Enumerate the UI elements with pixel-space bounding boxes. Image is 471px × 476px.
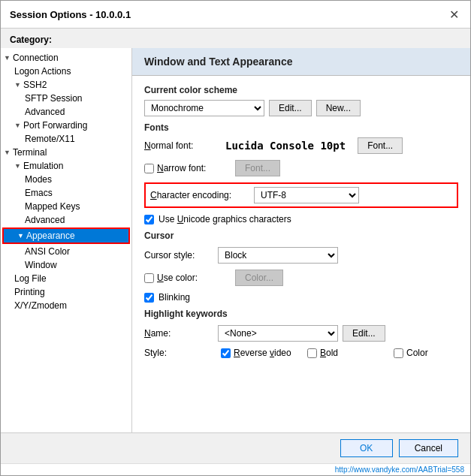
sidebar-item-terminal[interactable]: ▼ Terminal (1, 146, 131, 159)
arrow-connection: ▼ (4, 54, 13, 62)
sidebar-item-mapped-keys[interactable]: Mapped Keys (1, 200, 131, 213)
sidebar-item-port-forwarding[interactable]: ▼ Port Forwarding (1, 119, 131, 132)
cursor-style-select[interactable]: Block (218, 247, 338, 264)
sidebar-label-advanced-terminal: Advanced (25, 215, 65, 225)
arrow-port-forwarding: ▼ (14, 122, 23, 129)
sidebar-item-remote-x11[interactable]: Remote/X11 (1, 132, 131, 146)
sidebar-label-emulation: Emulation (23, 161, 63, 171)
edit-color-scheme-button[interactable]: Edit... (269, 100, 312, 116)
cursor-section-title: Cursor (144, 230, 458, 241)
panel-header: Window and Text Appearance (132, 48, 470, 76)
color-style-checkbox[interactable] (394, 348, 403, 358)
sidebar-label-advanced-ssh: Advanced (25, 107, 65, 117)
sidebar-item-advanced-ssh[interactable]: Advanced (1, 105, 131, 119)
sidebar-item-ansi-color[interactable]: ANSI Color (1, 245, 131, 258)
sidebar-label-remote-x11: Remote/X11 (25, 134, 75, 144)
highlight-edit-button[interactable]: Edit... (343, 325, 385, 342)
sidebar-item-logon-actions[interactable]: Logon Actions (1, 65, 131, 78)
arrow-ssh2: ▼ (14, 81, 23, 89)
narrow-font-button[interactable]: Font... (235, 160, 280, 176)
sidebar-label-port-forwarding: Port Forwarding (23, 120, 87, 131)
sidebar-item-ssh2[interactable]: ▼ SSH2 (1, 78, 131, 92)
sidebar-label-log-file: Log File (14, 273, 47, 284)
blinking-checkbox[interactable] (144, 293, 154, 303)
sidebar-label-emacs: Emacs (25, 188, 53, 198)
close-button[interactable]: ✕ (446, 7, 461, 22)
encoding-select[interactable]: UTF-8 (254, 187, 359, 203)
sidebar-label-appearance: Appearance (26, 230, 75, 241)
sidebar-label-printing: Printing (14, 287, 45, 297)
sidebar-label-sftp-session: SFTP Session (25, 93, 82, 104)
session-options-dialog: Session Options - 10.0.0.1 ✕ Category: ▼… (0, 0, 471, 476)
sidebar-item-appearance[interactable]: ▼ Appearance (4, 229, 128, 243)
color-scheme-select[interactable]: Monochrome (144, 100, 264, 116)
highlight-name-label: Name: (144, 328, 212, 339)
sidebar-label-ssh2: SSH2 (23, 80, 47, 90)
sidebar-label-logon-actions: Logon Actions (14, 66, 71, 77)
sidebar-label-window: Window (25, 260, 57, 270)
category-label: Category: (1, 29, 470, 48)
normal-font-label: Normal font: (144, 140, 212, 151)
category-tree: ▼ Connection Logon Actions ▼ SSH2 SFTP S… (1, 48, 132, 432)
narrow-font-label: Narrow font: (157, 163, 225, 173)
arrow-terminal: ▼ (4, 149, 13, 156)
unicode-graphics-checkbox[interactable] (144, 215, 154, 224)
sidebar-item-window[interactable]: Window (1, 258, 131, 272)
highlight-style-row: Style: Reverse video Bold Color (144, 348, 458, 358)
sidebar-label-connection: Connection (13, 53, 59, 63)
color-button[interactable]: Color... (235, 270, 283, 286)
highlight-name-select[interactable]: <None> (218, 325, 338, 342)
encoding-row: Character encoding: UTF-8 (144, 182, 458, 208)
cursor-style-label: Cursor style: (144, 250, 212, 261)
url-bar: http://www.vandyke.com/AABTrial=558 (1, 463, 470, 475)
sidebar-label-modes: Modes (25, 174, 52, 185)
ok-button[interactable]: OK (340, 439, 393, 457)
normal-font-row: Normal font: Lucida Console 10pt Font... (144, 137, 458, 154)
normal-font-value: Lucida Console 10pt (225, 140, 346, 152)
sidebar-item-printing[interactable]: Printing (1, 285, 131, 299)
blinking-row: Blinking (144, 292, 458, 303)
use-color-checkbox[interactable] (144, 273, 154, 283)
main-panel: Window and Text Appearance Current color… (132, 48, 470, 432)
sidebar-item-emacs[interactable]: Emacs (1, 186, 131, 200)
color-scheme-section-title: Current color scheme (144, 85, 458, 95)
sidebar-item-connection[interactable]: ▼ Connection (1, 51, 131, 65)
use-color-label: Use color: (157, 273, 225, 283)
reverse-video-label: Reverse video (234, 348, 301, 358)
dialog-body: ▼ Connection Logon Actions ▼ SSH2 SFTP S… (1, 48, 470, 432)
bold-checkbox[interactable] (307, 348, 317, 358)
sidebar-item-modes[interactable]: Modes (1, 173, 131, 186)
arrow-appearance: ▼ (17, 232, 26, 240)
highlight-section-title: Highlight keywords (144, 309, 458, 319)
sidebar-label-ansi-color: ANSI Color (25, 246, 70, 257)
cursor-style-row: Cursor style: Block (144, 247, 458, 264)
sidebar-item-sftp-session[interactable]: SFTP Session (1, 92, 131, 105)
cancel-button[interactable]: Cancel (399, 439, 458, 457)
highlight-style-label: Style: (144, 348, 212, 358)
unicode-graphics-row: Use Unicode graphics characters (144, 214, 458, 224)
new-color-scheme-button[interactable]: New... (316, 100, 361, 116)
fonts-section-title: Fonts (144, 122, 458, 133)
arrow-emulation: ▼ (14, 162, 23, 170)
bold-label: Bold (320, 348, 388, 358)
sidebar-item-xyzmodem[interactable]: X/Y/Zmodem (1, 299, 131, 312)
color-scheme-row: Monochrome Edit... New... (144, 100, 458, 116)
normal-font-button[interactable]: Font... (358, 137, 403, 154)
color-style-label: Color (406, 348, 470, 358)
sidebar-item-advanced-terminal[interactable]: Advanced (1, 213, 131, 227)
sidebar-label-terminal: Terminal (13, 147, 47, 158)
reverse-video-checkbox[interactable] (221, 348, 231, 358)
cursor-color-row: Use color: Color... (144, 270, 458, 286)
sidebar-label-mapped-keys: Mapped Keys (25, 201, 80, 212)
encoding-label: Character encoding: (150, 190, 248, 200)
sidebar-item-log-file[interactable]: Log File (1, 272, 131, 285)
dialog-title: Session Options - 10.0.0.1 (10, 9, 131, 20)
title-bar: Session Options - 10.0.0.1 ✕ (1, 1, 470, 29)
panel-content: Current color scheme Monochrome Edit... … (132, 76, 470, 373)
sidebar-label-xyzmodem: X/Y/Zmodem (14, 300, 67, 311)
narrow-font-checkbox[interactable] (144, 164, 154, 173)
blinking-label: Blinking (159, 292, 190, 303)
narrow-font-row: Narrow font: Font... (144, 160, 458, 176)
sidebar-item-emulation[interactable]: ▼ Emulation (1, 159, 131, 173)
highlight-name-row: Name: <None> Edit... (144, 325, 458, 342)
